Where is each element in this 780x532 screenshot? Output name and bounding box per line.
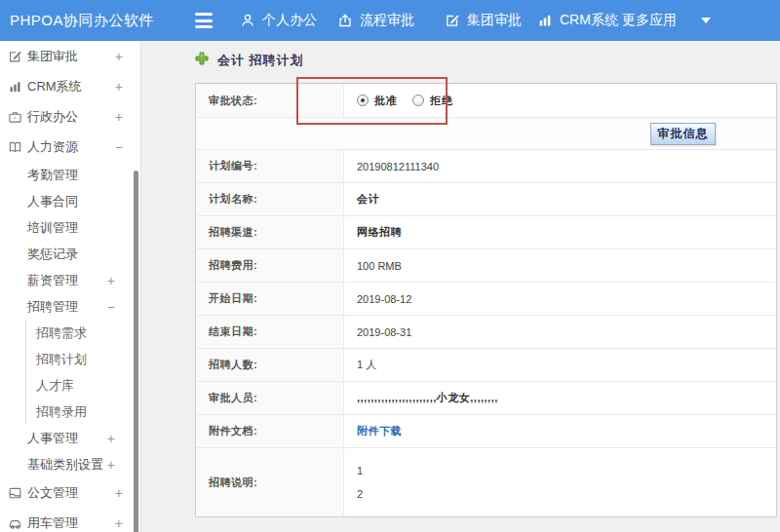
approval-info-button[interactable]: 审批信息 <box>650 123 716 145</box>
document-icon <box>8 485 22 500</box>
sidebar-item-admin-office[interactable]: 行政办公 + <box>0 101 140 132</box>
edit-icon <box>445 13 460 28</box>
caret-down-icon <box>701 18 711 23</box>
hamburger-menu-icon[interactable] <box>195 13 214 28</box>
radio-approve[interactable]: 批准 <box>357 94 398 108</box>
approval-form: 审批状态: 批准 拒绝 审批信息 计划编号: <box>195 83 777 517</box>
field-value: 2019-08-31 <box>344 316 776 348</box>
field-value: 1 人 <box>344 349 776 381</box>
description-line: 1 <box>357 465 363 476</box>
expand-icon[interactable]: + <box>107 457 115 473</box>
attachment-download-link[interactable]: 附件下载 <box>357 424 402 438</box>
radio-reject[interactable]: 拒绝 <box>412 94 453 108</box>
sidebar: 集团审批 + CRM系统 + 行政办公 + 人力资源 − 考勤管理 人事合同 培… <box>0 41 141 532</box>
row-start-date: 开始日期: 2019-08-12 <box>196 283 776 316</box>
sidebar-item-salary-mgmt[interactable]: 薪资管理 + <box>0 267 140 293</box>
edit-square-icon <box>8 49 22 63</box>
page-title-text: 会计 招聘计划 <box>217 52 304 69</box>
expand-icon[interactable]: + <box>115 49 123 64</box>
sidebar-item-crm-system[interactable]: CRM系统 + <box>0 71 140 101</box>
sidebar-item-recruit-hire[interactable]: 招聘录用 <box>25 399 140 425</box>
sidebar-item-base-category-settings[interactable]: 基础类别设置 + <box>0 451 140 477</box>
sidebar-item-document-mgmt[interactable]: 公文管理 + <box>0 477 140 508</box>
row-recruit-description: 招聘说明: 1 2 <box>196 448 776 516</box>
topnav-crm-system[interactable]: CRM系统 <box>537 0 618 41</box>
expand-icon[interactable]: + <box>107 431 115 446</box>
topnav-flow-approval[interactable]: 流程审批 <box>337 0 414 41</box>
plus-icon <box>195 52 209 69</box>
radio-button-unselected[interactable] <box>412 95 424 106</box>
book-icon <box>8 139 22 154</box>
radio-button-selected[interactable] <box>357 95 369 106</box>
top-header: PHPOA协同办公软件 个人办公 流程审批 集团审批 CRM系统 更多应用 <box>0 0 780 41</box>
sidebar-item-group-approval[interactable]: 集团审批 + <box>0 41 140 71</box>
row-approval-status: 审批状态: 批准 拒绝 <box>196 84 776 118</box>
user-icon <box>240 13 255 28</box>
expand-icon[interactable]: + <box>115 515 123 531</box>
topnav-personal-office[interactable]: 个人办公 <box>240 0 317 41</box>
row-recruit-cost: 招聘费用: 100 RMB <box>196 249 776 283</box>
approval-status-radio-group: 批准 拒绝 <box>357 94 453 108</box>
field-value: 100 RMB <box>344 249 776 282</box>
sidebar-item-human-resources[interactable]: 人力资源 − <box>0 132 140 162</box>
sidebar-scrollbar[interactable] <box>134 171 138 532</box>
app-title: PHPOA协同办公软件 <box>10 0 154 41</box>
field-value: 网络招聘 <box>344 216 776 248</box>
row-attachment: 附件文档: 附件下载 <box>196 415 776 448</box>
field-value: ,,,,,,,,,,,,,,,,,,,,,,,小龙女,,,,,,,, <box>344 382 776 414</box>
sidebar-item-vehicle-mgmt[interactable]: 用车管理 + <box>0 508 140 532</box>
description-line: 2 <box>357 488 363 500</box>
sidebar-item-recruit-mgmt[interactable]: 招聘管理 − <box>0 293 140 320</box>
sidebar-item-reward-punishment[interactable]: 奖惩记录 <box>0 241 140 267</box>
topnav-group-approval[interactable]: 集团审批 <box>445 0 522 41</box>
row-approve-button: 审批信息 <box>196 118 776 150</box>
field-value: 会计 <box>344 183 776 215</box>
row-headcount: 招聘人数: 1 人 <box>196 349 776 382</box>
briefcase-icon <box>8 109 22 124</box>
field-value: 2019-08-12 <box>344 283 776 315</box>
sidebar-item-personnel-mgmt[interactable]: 人事管理 + <box>0 425 140 451</box>
expand-icon[interactable]: + <box>115 109 123 125</box>
sidebar-item-talent-pool[interactable]: 人才库 <box>25 372 140 399</box>
page-title: 会计 招聘计划 <box>195 52 304 69</box>
expand-icon[interactable]: + <box>107 273 115 288</box>
row-plan-name: 计划名称: 会计 <box>196 183 776 216</box>
row-plan-number: 计划编号: 20190812111340 <box>196 150 776 183</box>
expand-icon[interactable]: + <box>115 485 123 501</box>
main-content: 会计 招聘计划 审批状态: 批准 拒绝 审 <box>142 41 780 532</box>
sidebar-item-recruit-plan[interactable]: 招聘计划 <box>25 346 140 372</box>
sidebar-item-hr-contract[interactable]: 人事合同 <box>0 188 140 214</box>
sidebar-item-recruit-demand[interactable]: 招聘需求 <box>25 320 140 346</box>
sidebar-item-training-mgmt[interactable]: 培训管理 <box>0 214 140 241</box>
row-recruit-channel: 招聘渠道: 网络招聘 <box>196 216 776 249</box>
bar-chart-icon <box>8 79 22 94</box>
row-approvers: 审批人员: ,,,,,,,,,,,,,,,,,,,,,,,小龙女,,,,,,,, <box>196 382 776 415</box>
row-end-date: 结束日期: 2019-08-31 <box>196 316 776 349</box>
car-icon <box>8 515 22 530</box>
flow-export-icon <box>337 13 353 28</box>
collapse-icon[interactable]: − <box>107 299 115 315</box>
topnav-more-apps[interactable]: 更多应用 <box>622 0 711 41</box>
field-label: 审批状态: <box>196 84 344 117</box>
bar-chart-icon <box>537 13 553 28</box>
field-value: 20190812111340 <box>344 150 776 182</box>
expand-icon[interactable]: + <box>115 79 123 95</box>
sidebar-item-attendance-mgmt[interactable]: 考勤管理 <box>0 162 140 188</box>
collapse-icon[interactable]: − <box>115 139 123 155</box>
